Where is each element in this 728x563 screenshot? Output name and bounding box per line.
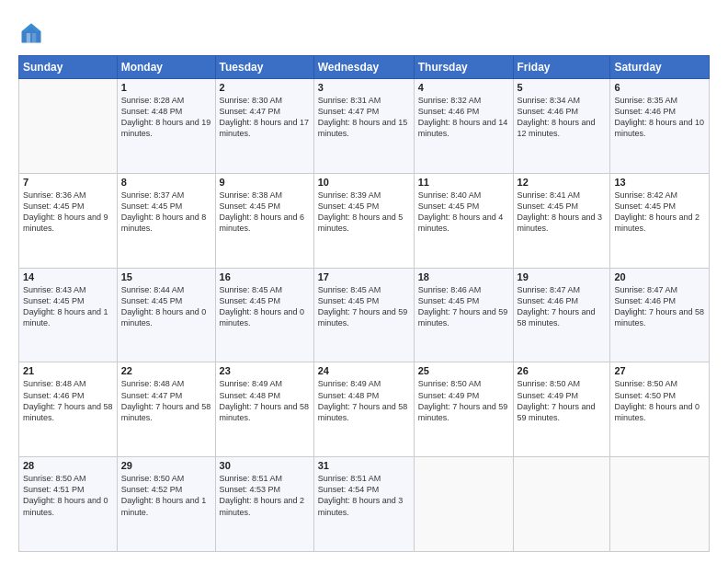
- calendar-week-5: 28Sunrise: 8:50 AMSunset: 4:51 PMDayligh…: [19, 457, 710, 552]
- day-number: 31: [318, 460, 410, 471]
- calendar-cell: [610, 457, 710, 552]
- weekday-header-row: SundayMondayTuesdayWednesdayThursdayFrid…: [19, 56, 710, 79]
- calendar-cell: [414, 457, 513, 552]
- calendar-cell: 25Sunrise: 8:50 AMSunset: 4:49 PMDayligh…: [414, 362, 513, 457]
- calendar-table: SundayMondayTuesdayWednesdayThursdayFrid…: [18, 55, 710, 552]
- day-info: Sunrise: 8:47 AMSunset: 4:46 PMDaylight:…: [518, 284, 607, 329]
- calendar-cell: 26Sunrise: 8:50 AMSunset: 4:49 PMDayligh…: [513, 362, 610, 457]
- svg-rect-3: [32, 33, 36, 43]
- day-info: Sunrise: 8:38 AMSunset: 4:45 PMDaylight:…: [220, 190, 310, 235]
- calendar-week-4: 21Sunrise: 8:48 AMSunset: 4:46 PMDayligh…: [19, 362, 710, 457]
- day-info: Sunrise: 8:41 AMSunset: 4:45 PMDaylight:…: [518, 190, 607, 235]
- calendar-cell: 11Sunrise: 8:40 AMSunset: 4:45 PMDayligh…: [414, 173, 513, 268]
- day-number: 3: [318, 82, 410, 93]
- calendar-cell: 14Sunrise: 8:43 AMSunset: 4:45 PMDayligh…: [19, 268, 118, 362]
- day-info: Sunrise: 8:32 AMSunset: 4:46 PMDaylight:…: [418, 95, 509, 140]
- day-number: 15: [121, 271, 211, 282]
- calendar-cell: 27Sunrise: 8:50 AMSunset: 4:50 PMDayligh…: [610, 362, 710, 457]
- day-number: 8: [121, 177, 211, 188]
- calendar-cell: 20Sunrise: 8:47 AMSunset: 4:46 PMDayligh…: [610, 268, 710, 362]
- day-number: 19: [518, 271, 607, 282]
- calendar-cell: 23Sunrise: 8:49 AMSunset: 4:48 PMDayligh…: [215, 362, 313, 457]
- calendar-cell: 31Sunrise: 8:51 AMSunset: 4:54 PMDayligh…: [313, 457, 414, 552]
- calendar-cell: 13Sunrise: 8:42 AMSunset: 4:45 PMDayligh…: [610, 173, 710, 268]
- calendar-cell: 16Sunrise: 8:45 AMSunset: 4:45 PMDayligh…: [215, 268, 313, 362]
- logo: [18, 20, 48, 46]
- day-info: Sunrise: 8:51 AMSunset: 4:54 PMDaylight:…: [318, 473, 410, 518]
- day-info: Sunrise: 8:35 AMSunset: 4:46 PMDaylight:…: [614, 95, 705, 140]
- logo-icon: [18, 20, 44, 46]
- calendar-cell: 15Sunrise: 8:44 AMSunset: 4:45 PMDayligh…: [117, 268, 215, 362]
- day-number: 7: [23, 177, 113, 188]
- day-info: Sunrise: 8:34 AMSunset: 4:46 PMDaylight:…: [518, 95, 607, 140]
- calendar-cell: 7Sunrise: 8:36 AMSunset: 4:45 PMDaylight…: [19, 173, 118, 268]
- day-number: 5: [518, 82, 607, 93]
- calendar-cell: 4Sunrise: 8:32 AMSunset: 4:46 PMDaylight…: [414, 79, 513, 174]
- day-info: Sunrise: 8:47 AMSunset: 4:46 PMDaylight:…: [614, 284, 705, 329]
- weekday-header-thursday: Thursday: [414, 56, 513, 79]
- calendar-cell: 28Sunrise: 8:50 AMSunset: 4:51 PMDayligh…: [19, 457, 118, 552]
- day-number: 12: [518, 177, 607, 188]
- calendar-cell: 6Sunrise: 8:35 AMSunset: 4:46 PMDaylight…: [610, 79, 710, 174]
- calendar-cell: [19, 79, 118, 174]
- day-info: Sunrise: 8:31 AMSunset: 4:47 PMDaylight:…: [318, 95, 410, 140]
- day-number: 4: [418, 82, 509, 93]
- day-number: 16: [220, 271, 310, 282]
- calendar-cell: 10Sunrise: 8:39 AMSunset: 4:45 PMDayligh…: [313, 173, 414, 268]
- day-number: 30: [220, 460, 310, 471]
- day-number: 13: [614, 177, 705, 188]
- day-number: 11: [418, 177, 509, 188]
- day-info: Sunrise: 8:51 AMSunset: 4:53 PMDaylight:…: [220, 473, 310, 518]
- day-number: 26: [518, 365, 607, 376]
- calendar-cell: 19Sunrise: 8:47 AMSunset: 4:46 PMDayligh…: [513, 268, 610, 362]
- day-number: 6: [614, 82, 705, 93]
- day-info: Sunrise: 8:50 AMSunset: 4:51 PMDaylight:…: [23, 473, 113, 518]
- calendar-cell: 1Sunrise: 8:28 AMSunset: 4:48 PMDaylight…: [117, 79, 215, 174]
- day-info: Sunrise: 8:44 AMSunset: 4:45 PMDaylight:…: [121, 284, 211, 329]
- day-info: Sunrise: 8:40 AMSunset: 4:45 PMDaylight:…: [418, 190, 509, 235]
- day-number: 18: [418, 271, 509, 282]
- day-info: Sunrise: 8:45 AMSunset: 4:45 PMDaylight:…: [318, 284, 410, 329]
- day-info: Sunrise: 8:46 AMSunset: 4:45 PMDaylight:…: [418, 284, 509, 329]
- day-info: Sunrise: 8:30 AMSunset: 4:47 PMDaylight:…: [220, 95, 310, 140]
- day-info: Sunrise: 8:49 AMSunset: 4:48 PMDaylight:…: [220, 378, 310, 423]
- day-number: 10: [318, 177, 410, 188]
- day-info: Sunrise: 8:48 AMSunset: 4:47 PMDaylight:…: [121, 378, 211, 423]
- calendar-cell: 5Sunrise: 8:34 AMSunset: 4:46 PMDaylight…: [513, 79, 610, 174]
- day-info: Sunrise: 8:36 AMSunset: 4:45 PMDaylight:…: [23, 190, 113, 235]
- day-number: 14: [23, 271, 113, 282]
- calendar-week-1: 1Sunrise: 8:28 AMSunset: 4:48 PMDaylight…: [19, 79, 710, 174]
- day-number: 17: [318, 271, 410, 282]
- calendar-cell: 3Sunrise: 8:31 AMSunset: 4:47 PMDaylight…: [313, 79, 414, 174]
- day-number: 23: [220, 365, 310, 376]
- calendar-cell: 12Sunrise: 8:41 AMSunset: 4:45 PMDayligh…: [513, 173, 610, 268]
- day-info: Sunrise: 8:50 AMSunset: 4:49 PMDaylight:…: [418, 378, 509, 423]
- day-info: Sunrise: 8:50 AMSunset: 4:52 PMDaylight:…: [121, 473, 211, 518]
- calendar: SundayMondayTuesdayWednesdayThursdayFrid…: [18, 55, 710, 552]
- day-info: Sunrise: 8:37 AMSunset: 4:45 PMDaylight:…: [121, 190, 211, 235]
- weekday-header-sunday: Sunday: [19, 56, 118, 79]
- weekday-header-saturday: Saturday: [610, 56, 710, 79]
- calendar-cell: 30Sunrise: 8:51 AMSunset: 4:53 PMDayligh…: [215, 457, 313, 552]
- day-number: 27: [614, 365, 705, 376]
- day-number: 9: [220, 177, 310, 188]
- weekday-header-wednesday: Wednesday: [313, 56, 414, 79]
- weekday-header-tuesday: Tuesday: [215, 56, 313, 79]
- day-info: Sunrise: 8:28 AMSunset: 4:48 PMDaylight:…: [121, 95, 211, 140]
- day-number: 21: [23, 365, 113, 376]
- header: [18, 17, 710, 46]
- day-number: 2: [220, 82, 310, 93]
- calendar-cell: 2Sunrise: 8:30 AMSunset: 4:47 PMDaylight…: [215, 79, 313, 174]
- weekday-header-friday: Friday: [513, 56, 610, 79]
- day-info: Sunrise: 8:49 AMSunset: 4:48 PMDaylight:…: [318, 378, 410, 423]
- day-number: 28: [23, 460, 113, 471]
- calendar-cell: 24Sunrise: 8:49 AMSunset: 4:48 PMDayligh…: [313, 362, 414, 457]
- calendar-cell: 17Sunrise: 8:45 AMSunset: 4:45 PMDayligh…: [313, 268, 414, 362]
- day-info: Sunrise: 8:42 AMSunset: 4:45 PMDaylight:…: [614, 190, 705, 235]
- weekday-header-monday: Monday: [117, 56, 215, 79]
- day-info: Sunrise: 8:43 AMSunset: 4:45 PMDaylight:…: [23, 284, 113, 329]
- calendar-cell: 8Sunrise: 8:37 AMSunset: 4:45 PMDaylight…: [117, 173, 215, 268]
- day-info: Sunrise: 8:50 AMSunset: 4:50 PMDaylight:…: [614, 378, 705, 423]
- day-info: Sunrise: 8:45 AMSunset: 4:45 PMDaylight:…: [220, 284, 310, 329]
- day-number: 25: [418, 365, 509, 376]
